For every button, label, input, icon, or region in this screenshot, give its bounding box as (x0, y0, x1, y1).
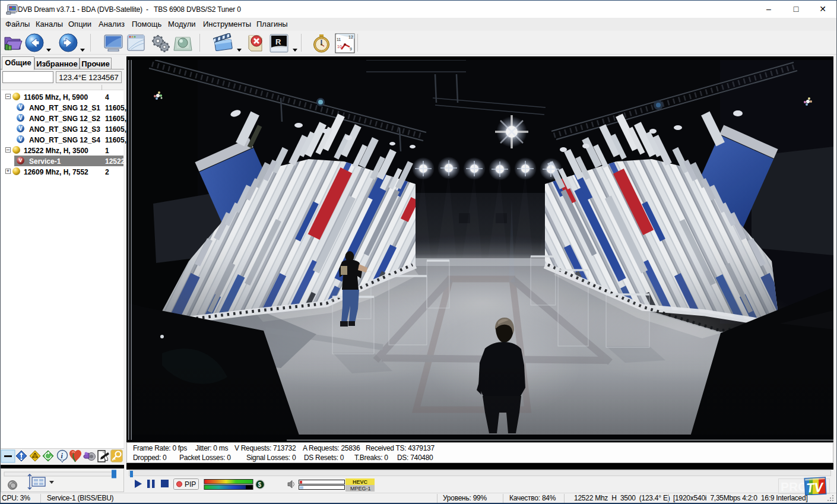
svg-text:12: 12 (348, 35, 353, 39)
svg-text:MPEG-1: MPEG-1 (350, 486, 371, 492)
svg-text:11: 11 (337, 37, 341, 42)
svg-text:9: 9 (350, 47, 352, 51)
svg-text:R: R (275, 37, 281, 46)
svg-text:$: $ (258, 481, 262, 488)
svg-text:TV: TV (806, 480, 825, 495)
svg-text:PIP: PIP (185, 480, 196, 489)
svg-text:10: 10 (337, 45, 342, 49)
svg-text:HEVC: HEVC (353, 479, 368, 485)
svg-text:PRO: PRO (781, 480, 808, 493)
